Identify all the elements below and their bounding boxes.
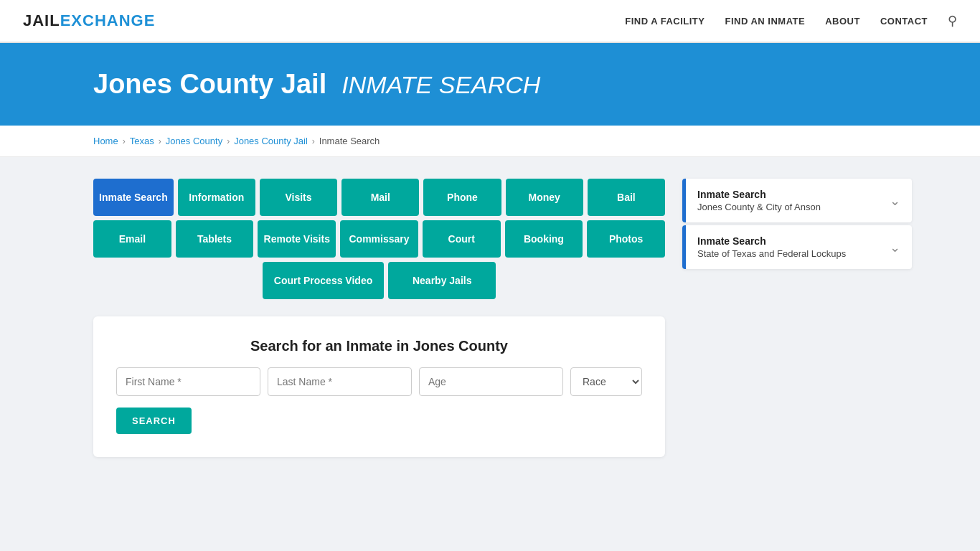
tab-court-process-video[interactable]: Court Process Video bbox=[263, 262, 384, 299]
race-select[interactable]: Race White Black Hispanic Asian Other bbox=[570, 367, 642, 396]
sidebar-card-1-subtitle: Jones County & City of Anson bbox=[697, 202, 821, 212]
tab-phone[interactable]: Phone bbox=[423, 179, 501, 216]
tab-mail[interactable]: Mail bbox=[341, 179, 419, 216]
brand-exchange: EXCHANGE bbox=[60, 11, 156, 29]
tab-visits[interactable]: Visits bbox=[260, 179, 337, 216]
tab-money[interactable]: Money bbox=[506, 179, 583, 216]
breadcrumb-sep-2: › bbox=[159, 136, 161, 146]
nav-links: FIND A FACILITY FIND AN INMATE ABOUT CON… bbox=[625, 13, 957, 29]
tab-commissary[interactable]: Commissary bbox=[340, 220, 418, 258]
search-button[interactable]: SEARCH bbox=[116, 408, 192, 434]
sidebar-card-1-title: Inmate Search bbox=[697, 189, 821, 200]
chevron-down-icon-1: ⌄ bbox=[890, 193, 900, 209]
hero-title-italic: INMATE SEARCH bbox=[341, 71, 540, 98]
tab-booking[interactable]: Booking bbox=[505, 220, 583, 258]
breadcrumb-sep-4: › bbox=[312, 136, 315, 146]
brand-jail: JAIL bbox=[23, 11, 60, 29]
sidebar-card-2: Inmate Search State of Texas and Federal… bbox=[682, 225, 912, 269]
tab-row-2: Email Tablets Remote Visits Commissary C… bbox=[93, 220, 665, 258]
tab-nearby-jails[interactable]: Nearby Jails bbox=[388, 262, 496, 299]
tab-row-1: Inmate Search Information Visits Mail Ph… bbox=[93, 179, 665, 216]
tab-court[interactable]: Court bbox=[423, 220, 501, 258]
sidebar-card-2-header[interactable]: Inmate Search State of Texas and Federal… bbox=[682, 225, 912, 269]
breadcrumb-jones-county[interactable]: Jones County bbox=[166, 136, 223, 146]
age-input[interactable] bbox=[419, 367, 563, 396]
navbar: JAILEXCHANGE FIND A FACILITY FIND AN INM… bbox=[0, 0, 980, 43]
main-content: Inmate Search Information Visits Mail Ph… bbox=[0, 157, 980, 479]
nav-find-inmate[interactable]: FIND AN INMATE bbox=[725, 16, 805, 27]
breadcrumb: Home › Texas › Jones County › Jones Coun… bbox=[0, 126, 980, 157]
page-title: Jones County Jail INMATE SEARCH bbox=[93, 69, 957, 100]
first-name-input[interactable] bbox=[116, 367, 260, 396]
sidebar-card-1: Inmate Search Jones County & City of Ans… bbox=[682, 179, 912, 222]
nav-contact[interactable]: CONTACT bbox=[880, 16, 928, 27]
nav-find-facility[interactable]: FIND A FACILITY bbox=[625, 16, 705, 27]
tab-inmate-search[interactable]: Inmate Search bbox=[93, 179, 174, 216]
breadcrumb-jones-county-jail[interactable]: Jones County Jail bbox=[234, 136, 308, 146]
tab-bail[interactable]: Bail bbox=[588, 179, 665, 216]
tab-information[interactable]: Information bbox=[178, 179, 255, 216]
search-heading: Search for an Inmate in Jones County bbox=[116, 338, 642, 354]
hero-banner: Jones County Jail INMATE SEARCH bbox=[0, 43, 980, 126]
search-form-row: Race White Black Hispanic Asian Other bbox=[116, 367, 642, 396]
sidebar-card-1-header[interactable]: Inmate Search Jones County & City of Ans… bbox=[682, 179, 912, 222]
sidebar-card-2-title: Inmate Search bbox=[697, 235, 846, 247]
sidebar-card-2-content: Inmate Search State of Texas and Federal… bbox=[697, 235, 846, 259]
sidebar-card-2-subtitle: State of Texas and Federal Lockups bbox=[697, 248, 846, 259]
left-column: Inmate Search Information Visits Mail Ph… bbox=[93, 179, 665, 457]
breadcrumb-texas[interactable]: Texas bbox=[130, 136, 154, 146]
tab-remote-visits[interactable]: Remote Visits bbox=[258, 220, 336, 258]
last-name-input[interactable] bbox=[268, 367, 412, 396]
brand-logo[interactable]: JAILEXCHANGE bbox=[23, 11, 155, 30]
breadcrumb-home[interactable]: Home bbox=[93, 136, 118, 146]
breadcrumb-current: Inmate Search bbox=[319, 136, 380, 146]
hero-title-bold: Jones County Jail bbox=[93, 69, 326, 99]
inmate-search-box: Search for an Inmate in Jones County Rac… bbox=[93, 316, 665, 457]
tab-row-3: Court Process Video Nearby Jails bbox=[93, 262, 665, 299]
breadcrumb-sep-3: › bbox=[227, 136, 230, 146]
nav-about[interactable]: ABOUT bbox=[825, 16, 860, 27]
right-sidebar: Inmate Search Jones County & City of Ans… bbox=[682, 179, 912, 457]
search-icon[interactable]: ⚲ bbox=[948, 14, 957, 28]
tab-email[interactable]: Email bbox=[93, 220, 171, 258]
tab-photos[interactable]: Photos bbox=[587, 220, 665, 258]
sidebar-card-1-content: Inmate Search Jones County & City of Ans… bbox=[697, 189, 821, 212]
chevron-down-icon-2: ⌄ bbox=[890, 240, 900, 255]
breadcrumb-sep-1: › bbox=[123, 136, 126, 146]
tab-tablets[interactable]: Tablets bbox=[176, 220, 254, 258]
